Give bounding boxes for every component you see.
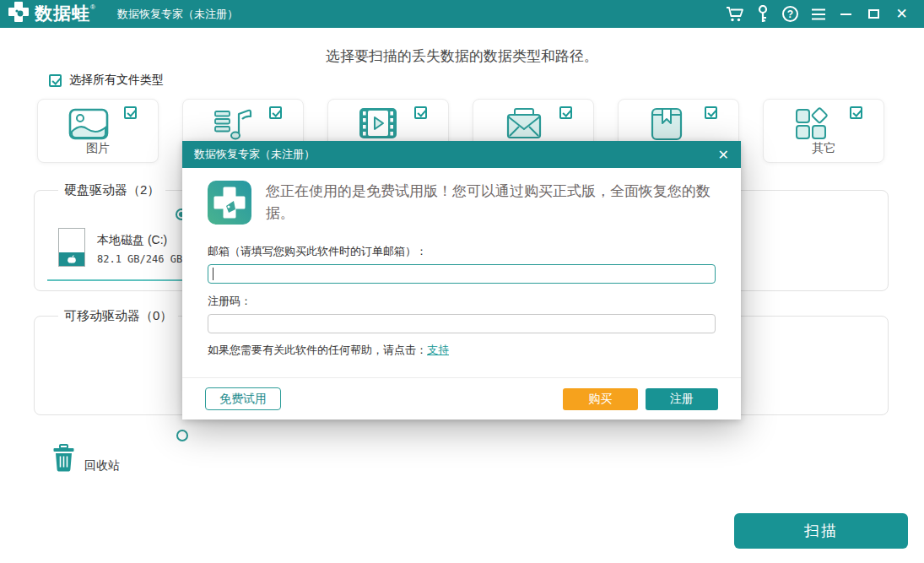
key-icon[interactable] [748,0,776,28]
disk-item[interactable]: 本地磁盘 (C:) 82.1 GB/246 GB [58,228,182,267]
disk-capacity: 82.1 GB/246 GB [97,253,182,265]
help-text: 如果您需要有关此软件的任何帮助，请点击： [208,344,427,356]
cart-icon[interactable] [721,0,748,28]
register-button[interactable]: 注册 [646,388,718,410]
email-icon [504,107,544,143]
recycle-bin-item[interactable]: 回收站 [52,444,120,475]
dialog-body: 您正在使用的是免费试用版！您可以通过购买正式版，全面恢复您的数据。 邮箱（请填写… [182,181,741,358]
close-icon[interactable]: ✕ [888,0,916,28]
card-video-checkbox[interactable] [414,106,427,119]
drive-icon [58,228,85,267]
trash-icon [52,444,75,475]
select-all-label: 选择所有文件类型 [69,73,164,88]
image-icon [68,107,109,144]
code-label: 注册码： [208,294,716,309]
email-label: 邮箱（请填写您购买此软件时的订单邮箱）： [208,244,716,259]
free-trial-button[interactable]: 免费试用 [205,387,281,410]
card-documents-checkbox[interactable] [705,106,717,119]
apple-logo-icon [67,254,77,264]
trial-message: 您正在使用的是免费试用版！您可以通过购买正式版，全面恢复您的数据。 [266,181,716,225]
maximize-icon[interactable] [860,0,888,28]
card-label: 其它 [764,141,883,156]
support-link[interactable]: 支持 [427,344,449,356]
logo-trademark: ® [90,3,95,11]
disk-name: 本地磁盘 (C:) [97,233,182,248]
page-title: 选择要扫描的丢失数据的数据类型和路径。 [0,46,924,66]
document-icon [649,107,684,144]
card-other[interactable]: 其它 [763,99,884,163]
register-dialog: 数据恢复专家（未注册） ✕ 您正在使用的是免费试用版！您可以通过购买正式版，全面… [182,141,741,420]
video-icon [359,107,397,143]
window-title: 数据恢复专家（未注册） [117,7,238,22]
titlebar: 数据蛙 ® 数据恢复专家（未注册） ? [0,0,924,28]
card-images-checkbox[interactable] [124,106,137,119]
help-icon[interactable]: ? [776,0,804,28]
card-images[interactable]: 图片 [37,99,159,163]
dialog-close-icon[interactable]: ✕ [718,147,729,163]
help-question-glyph: ? [782,6,798,22]
hard-drives-label: 硬盘驱动器（2） [58,182,165,198]
dialog-footer: 免费试用 购买 注册 [182,377,741,420]
card-other-checkbox[interactable] [850,106,862,119]
select-all-checkbox[interactable] [49,74,62,87]
scan-button[interactable]: 扫描 [734,513,908,549]
logo-text: 数据蛙 [35,1,90,26]
registration-code-input[interactable] [208,314,716,333]
dialog-titlebar: 数据恢复专家（未注册） ✕ [182,141,741,168]
card-email-checkbox[interactable] [559,106,572,119]
recycle-bin-radio[interactable] [176,430,188,441]
card-label: 图片 [38,141,158,156]
menu-icon[interactable] [804,0,832,28]
email-input[interactable] [208,264,716,284]
frog-cross-app-icon [208,181,251,225]
text-caret [213,268,213,280]
card-audio-checkbox[interactable] [269,106,282,119]
frog-cross-logo-icon [8,1,30,28]
dialog-title: 数据恢复专家（未注册） [194,147,315,162]
help-row: 如果您需要有关此软件的任何帮助，请点击：支持 [208,343,716,358]
recycle-bin-label: 回收站 [84,458,120,474]
titlebar-actions: ? ✕ [721,0,924,28]
buy-button[interactable]: 购买 [563,388,638,410]
removable-drives-label: 可移动驱动器（0） [58,308,178,324]
select-all-row: 选择所有文件类型 [49,73,164,88]
minimize-icon[interactable] [832,0,860,28]
app-window: 数据蛙 ® 数据恢复专家（未注册） ? [0,0,924,563]
app-logo: 数据蛙 ® [8,1,95,28]
